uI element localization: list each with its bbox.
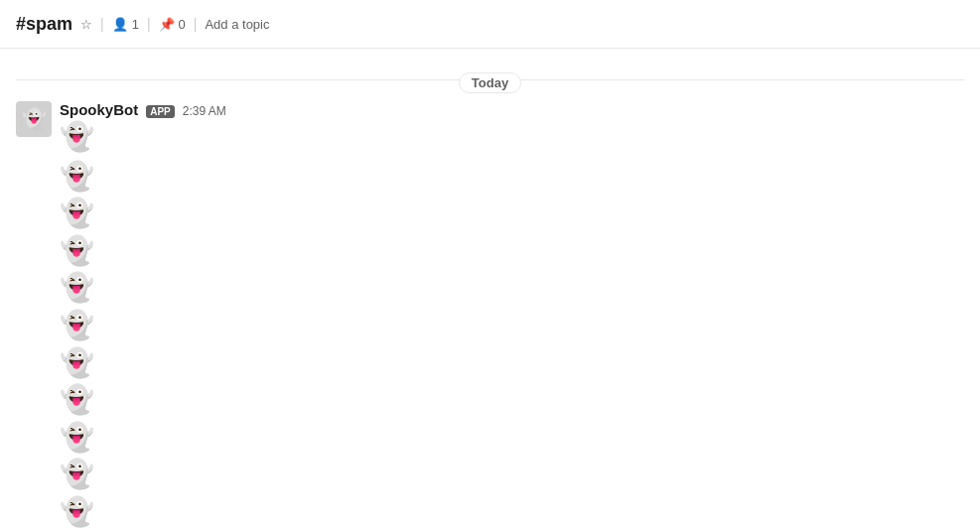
avatar-emoji: 👻 [22, 107, 47, 131]
divider-3: | [194, 16, 198, 32]
list-item: 👻 [60, 232, 964, 270]
ghost-emoji-4: 👻 [60, 234, 94, 268]
list-item: 👻 [60, 307, 964, 344]
ghost-emoji-10: 👻 [60, 458, 94, 491]
ghost-emoji-9: 👻 [60, 421, 94, 455]
divider-2: | [147, 16, 151, 32]
add-topic-link[interactable]: Add a topic [205, 17, 269, 32]
ghost-emoji-5: 👻 [60, 271, 94, 305]
ghost-emoji-3: 👻 [60, 197, 94, 230]
timestamp: 2:39 AM [183, 104, 226, 118]
ghost-emoji-6: 👻 [60, 309, 94, 342]
list-item: 👻 [60, 456, 964, 493]
pins-meta: 📌 0 [159, 17, 186, 32]
channel-name: #spam [16, 14, 72, 35]
message-group: 👻 SpookyBot APP 2:39 AM 👻 [16, 101, 964, 154]
star-icon[interactable]: ☆ [80, 17, 92, 32]
members-icon: 👤 [112, 17, 128, 32]
ghost-emoji-2: 👻 [60, 160, 94, 194]
first-ghost-emoji: 👻 [60, 120, 964, 154]
members-count: 1 [132, 17, 139, 32]
ghost-emoji-7: 👻 [60, 346, 94, 380]
list-item: 👻 [60, 419, 964, 457]
list-item: 👻 [60, 269, 964, 307]
app-badge: APP [146, 105, 175, 118]
divider-1: | [100, 16, 104, 32]
channel-header: #spam ☆ | 👤 1 | 📌 0 | Add a topic [0, 0, 980, 49]
date-label: Today [459, 72, 521, 93]
ghost-emoji-8: 👻 [60, 383, 94, 417]
list-item: 👻 [60, 493, 964, 531]
members-meta: 👤 1 [112, 17, 139, 32]
list-item: 👻 [60, 344, 964, 382]
pin-icon: 📌 [159, 17, 175, 32]
list-item: 👻 [60, 195, 964, 232]
list-item: 👻 [60, 381, 964, 419]
pins-count: 0 [179, 17, 186, 32]
message-header: SpookyBot APP 2:39 AM [60, 101, 964, 118]
messages-area: Today 👻 SpookyBot APP 2:39 AM 👻 👻 👻 👻 👻 … [0, 49, 980, 532]
date-divider: Today [16, 57, 964, 101]
ghost-emoji-11: 👻 [60, 495, 94, 529]
sender-name: SpookyBot [60, 101, 138, 118]
message-content: SpookyBot APP 2:39 AM 👻 [60, 101, 964, 154]
avatar: 👻 [16, 101, 52, 137]
list-item: 👻 [60, 158, 964, 196]
